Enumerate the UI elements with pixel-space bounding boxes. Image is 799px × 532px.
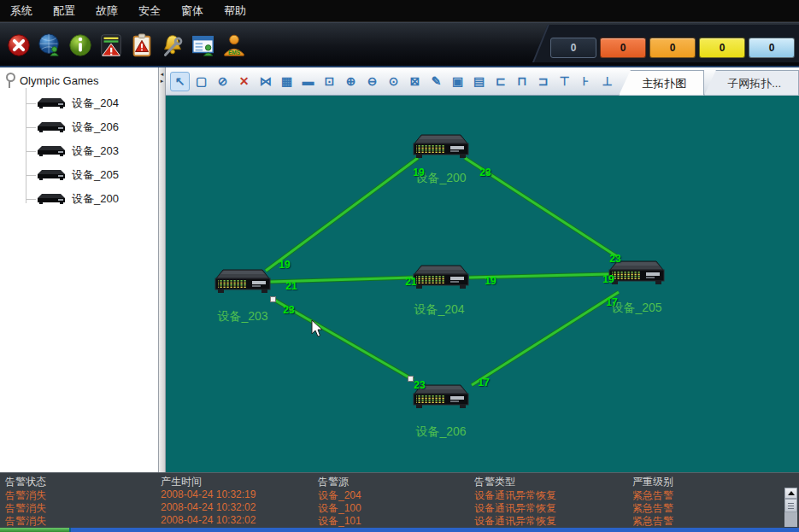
- node-device-203[interactable]: [213, 269, 273, 295]
- node-device-204[interactable]: [411, 265, 471, 290]
- zoom-actual-icon[interactable]: [384, 72, 403, 91]
- device-icon: [36, 169, 67, 181]
- no-select-icon[interactable]: [213, 72, 232, 91]
- tree-item-device-205[interactable]: 设备_205: [26, 165, 119, 185]
- exit-icon[interactable]: [4, 30, 32, 61]
- topology-link[interactable]: [266, 158, 418, 271]
- topology-toolbar: 主拓扑图 子网拓扑...: [166, 67, 799, 96]
- col-occur-time[interactable]: 产生时间: [161, 475, 202, 489]
- fit-view-icon[interactable]: [405, 72, 425, 91]
- node-label-204: 设备_204: [414, 302, 464, 318]
- mouse-cursor: [311, 319, 325, 338]
- port-label: 19: [485, 275, 496, 287]
- alarm-table-header: 告警状态 产生时间 告警源 告警类型 严重级别: [0, 475, 784, 488]
- align-left-icon[interactable]: [491, 72, 510, 91]
- tree-root-icon: [5, 73, 14, 88]
- counter-major[interactable]: 0: [649, 38, 696, 58]
- select-tool-icon[interactable]: [170, 72, 190, 91]
- device-tree-panel: Olympic Games 设备_204 设备_206 设备_203 设备_20…: [0, 67, 159, 472]
- menu-item-window[interactable]: 窗体: [181, 3, 203, 19]
- align-top-icon[interactable]: [555, 72, 574, 91]
- tree-item-device-200[interactable]: 设备_200: [26, 189, 119, 209]
- scroll-thumb[interactable]: [784, 499, 797, 512]
- alarm-bell-icon[interactable]: [158, 30, 186, 61]
- tree-item-label: 设备_200: [72, 191, 119, 207]
- tree-item-label: 设备_206: [72, 120, 119, 135]
- port-label: 19: [279, 259, 290, 271]
- zoom-out-icon[interactable]: [362, 72, 382, 91]
- delete-icon[interactable]: [234, 72, 254, 91]
- col-alarm-status[interactable]: 告警状态: [5, 475, 46, 489]
- align-center-icon[interactable]: [512, 72, 532, 91]
- port-label: 23: [479, 167, 491, 178]
- align-right-icon[interactable]: [533, 72, 553, 91]
- port-label: 23: [609, 253, 620, 265]
- col-alarm-type[interactable]: 告警类型: [474, 475, 515, 489]
- alarm-board-icon[interactable]: [127, 30, 156, 61]
- zoom-region-icon[interactable]: [320, 72, 339, 91]
- alarm-row[interactable]: 告警消失 2008-04-24 10:32:02 设备_101 设备通讯异常恢复…: [0, 514, 784, 527]
- tab-main-topology[interactable]: 主拓扑图: [619, 70, 704, 96]
- port-label: 21: [405, 276, 416, 288]
- panel-icon[interactable]: [298, 72, 318, 91]
- alarm-row[interactable]: 告警消失 2008-04-24 10:32:02 设备_100 设备通讯异常恢复…: [0, 501, 784, 514]
- tree-item-device-204[interactable]: 设备_204: [26, 93, 119, 114]
- alarm-row[interactable]: 告警消失 2008-04-24 10:32:19 设备_204 设备通讯异常恢复…: [0, 488, 784, 501]
- counter-minor[interactable]: 0: [699, 38, 745, 58]
- port-label: 17: [606, 296, 617, 308]
- ems-label: EMS: [227, 50, 240, 56]
- node-device-200[interactable]: [411, 134, 471, 160]
- topology-canvas[interactable]: 设备_200 设备_203 设备_204 设备_205 设备_206 19 19…: [166, 96, 799, 472]
- device-icon: [36, 145, 67, 157]
- marquee-select-icon[interactable]: [191, 72, 211, 91]
- tree-item-device-206[interactable]: 设备_206: [26, 117, 119, 137]
- tree-root-label: Olympic Games: [20, 74, 98, 87]
- scroll-up-icon[interactable]: [784, 488, 797, 499]
- topology-link[interactable]: [472, 292, 619, 385]
- link-endpoint-marker[interactable]: [270, 296, 276, 302]
- device-icon: [36, 97, 67, 109]
- zoom-in-icon[interactable]: [341, 72, 361, 91]
- window-user-icon[interactable]: [189, 30, 217, 61]
- col-severity[interactable]: 严重级别: [632, 475, 673, 489]
- align-middle-icon[interactable]: [576, 72, 596, 91]
- tree-root[interactable]: Olympic Games: [5, 73, 98, 88]
- counter-critical[interactable]: 0: [600, 38, 646, 58]
- menu-item-security[interactable]: 安全: [138, 3, 161, 19]
- device-icon: [36, 121, 67, 133]
- alarm-scrollbar[interactable]: [784, 488, 797, 527]
- tab-subnet-topology[interactable]: 子网拓扑...: [704, 70, 799, 96]
- alarm-panel-icon[interactable]: [97, 30, 125, 61]
- draw-link-icon[interactable]: [426, 72, 446, 91]
- port-label: 23: [414, 379, 425, 391]
- topology-globe-icon[interactable]: [35, 30, 63, 61]
- device-table-icon[interactable]: [469, 72, 489, 91]
- main-toolbar: EMS 0 0 0 0 0: [0, 22, 799, 67]
- counter-indeterminate[interactable]: 0: [550, 38, 596, 58]
- node-label-206: 设备_206: [415, 424, 466, 440]
- menu-item-help[interactable]: 帮助: [224, 3, 246, 19]
- sidebar-splitter[interactable]: ◂▸: [159, 67, 166, 472]
- menu-item-system[interactable]: 系统: [10, 3, 32, 19]
- col-alarm-source[interactable]: 告警源: [318, 475, 349, 489]
- port-label: 19: [602, 273, 614, 285]
- alarm-table-panel: 告警状态 产生时间 告警源 告警类型 严重级别 告警消失 2008-04-24 …: [0, 472, 799, 528]
- align-bottom-icon[interactable]: [597, 72, 617, 91]
- node-label-203: 设备_203: [217, 309, 267, 324]
- link-endpoint-marker[interactable]: [408, 376, 414, 382]
- add-link-icon[interactable]: [256, 72, 275, 91]
- port-label: 23: [283, 304, 294, 316]
- background-image-icon[interactable]: [277, 72, 297, 91]
- menu-item-fault[interactable]: 故障: [96, 3, 118, 19]
- counter-warning[interactable]: 0: [749, 38, 795, 58]
- port-label: 19: [413, 167, 424, 178]
- save-icon[interactable]: [448, 72, 467, 91]
- port-label: 21: [285, 280, 297, 292]
- menu-item-config[interactable]: 配置: [53, 3, 75, 19]
- tree-item-label: 设备_203: [72, 143, 119, 159]
- info-icon[interactable]: [66, 30, 94, 61]
- tree-item-device-203[interactable]: 设备_203: [26, 141, 119, 161]
- status-progress: [0, 528, 71, 532]
- node-label-205: 设备_205: [611, 301, 661, 316]
- ems-user-icon[interactable]: EMS: [220, 30, 248, 61]
